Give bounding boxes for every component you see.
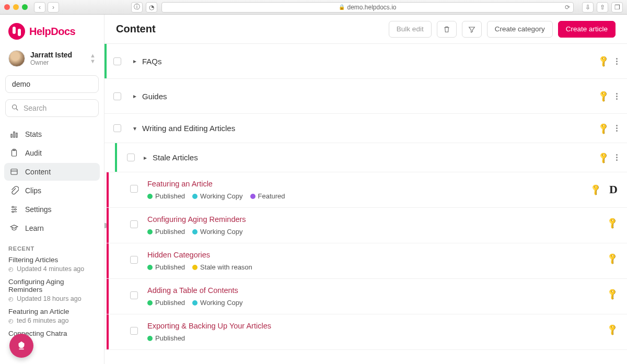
category-row[interactable]: ▸ FAQs 🔑: [104, 44, 627, 79]
forward-button[interactable]: ›: [48, 2, 59, 13]
nav-label: Settings: [25, 205, 52, 214]
url-text: demo.helpdocs.io: [347, 4, 396, 11]
svg-point-14: [12, 211, 14, 213]
status-dot-icon: [192, 194, 198, 199]
status-dot-icon: [192, 229, 198, 234]
bulk-edit-button[interactable]: Bulk edit: [389, 21, 432, 38]
download-icon[interactable]: ⇩: [582, 2, 594, 13]
category-row[interactable]: ▸ Guides 🔑: [104, 79, 627, 114]
logo-mark-icon: [8, 23, 25, 40]
article-row[interactable]: Exporting & Backing Up Your Articles Pub…: [104, 314, 627, 350]
article-row[interactable]: Featuring an Article Published Working C…: [104, 172, 627, 208]
badge-label: Working Copy: [200, 192, 242, 200]
row-checkbox[interactable]: [113, 57, 121, 65]
category-row[interactable]: ▾ Writing and Editing Articles 🔑: [104, 114, 627, 143]
chevron-right-icon[interactable]: ▸: [127, 57, 142, 65]
settings-icon: [9, 205, 19, 214]
subcategory-title: Stale Articles: [153, 153, 599, 162]
badge-label: Stale with reason: [200, 263, 252, 271]
search-placeholder: Search: [24, 104, 47, 112]
avatar: [8, 50, 25, 67]
badge-label: Published: [155, 299, 185, 307]
trash-icon: [443, 25, 451, 33]
nav-item-content[interactable]: Content: [4, 163, 100, 181]
delete-button[interactable]: [437, 21, 457, 38]
sidebar: HelpDocs Jarratt Isted Owner ▲▼ demo Sea…: [0, 15, 104, 364]
key-icon[interactable]: 🔑: [606, 323, 619, 336]
key-icon[interactable]: 🔑: [589, 183, 603, 196]
nav-item-audit[interactable]: Audit: [4, 144, 100, 162]
key-icon[interactable]: 🔑: [606, 216, 619, 230]
workspace-select[interactable]: demo: [5, 75, 99, 93]
minimize-window-icon[interactable]: [13, 4, 19, 10]
svg-point-10: [12, 206, 14, 208]
row-checkbox[interactable]: [130, 291, 138, 299]
clock-icon: ◴: [8, 296, 14, 302]
brand-logo[interactable]: HelpDocs: [0, 15, 104, 45]
row-checkbox[interactable]: [113, 92, 121, 100]
search-input[interactable]: Search: [5, 99, 99, 117]
nav-item-settings[interactable]: Settings: [4, 201, 100, 218]
brand-name: HelpDocs: [29, 26, 75, 38]
article-row[interactable]: Configuring Aging Reminders Published Wo…: [104, 208, 627, 243]
key-icon[interactable]: 🔑: [606, 252, 619, 265]
maximize-window-icon[interactable]: [22, 4, 28, 10]
article-row[interactable]: Adding a Table of Contents Published Wor…: [104, 279, 627, 314]
filter-icon: [468, 25, 476, 33]
reader-icon[interactable]: ◔: [146, 2, 157, 13]
chevron-right-icon[interactable]: ▸: [138, 154, 153, 161]
article-row[interactable]: Hidden Categories Published Stale with r…: [104, 243, 627, 279]
more-menu-icon[interactable]: [616, 93, 618, 100]
subcategory-row[interactable]: ▸ Stale Articles 🔑: [104, 143, 627, 172]
key-icon[interactable]: 🔑: [597, 54, 610, 68]
row-checkbox[interactable]: [130, 220, 138, 228]
disqus-icon[interactable]: D: [609, 183, 618, 196]
key-icon[interactable]: 🔑: [597, 121, 610, 135]
reload-icon[interactable]: ⟳: [565, 4, 570, 11]
chevron-right-icon[interactable]: ▸: [127, 92, 142, 100]
row-checkbox[interactable]: [127, 154, 135, 161]
row-checkbox[interactable]: [113, 124, 121, 132]
status-dot-icon: [192, 300, 198, 306]
recent-item[interactable]: Featuring an Article ◴ted 6 minutes ago: [8, 308, 96, 324]
back-button[interactable]: ‹: [34, 2, 45, 13]
row-checkbox[interactable]: [130, 185, 138, 193]
badge-label: Published: [155, 263, 185, 271]
row-checkbox[interactable]: [130, 327, 138, 335]
nav-label: Content: [25, 168, 51, 176]
tabs-icon[interactable]: ❐: [611, 2, 623, 13]
row-checkbox[interactable]: [130, 256, 138, 264]
content-icon: [9, 167, 19, 177]
badge-label: Working Copy: [200, 228, 242, 236]
create-category-button[interactable]: Create category: [487, 21, 553, 38]
nav-label: Stats: [25, 130, 42, 138]
drag-handle-icon[interactable]: [104, 223, 107, 228]
svg-rect-4: [16, 133, 17, 137]
nav-item-clips[interactable]: Clips: [4, 182, 100, 199]
chevron-down-icon[interactable]: ▾: [127, 125, 142, 132]
recent-item[interactable]: Filtering Articles ◴Updated 4 minutes ag…: [8, 256, 96, 273]
status-dot-icon: [192, 265, 198, 270]
help-fab[interactable]: [9, 334, 33, 358]
nav-item-stats[interactable]: Stats: [4, 125, 100, 143]
status-dot-icon: [147, 265, 153, 270]
create-article-button[interactable]: Create article: [558, 21, 616, 38]
main-content: Content Bulk edit Create category Create…: [104, 15, 627, 364]
key-icon[interactable]: 🔑: [597, 89, 610, 103]
address-bar[interactable]: 🔒 demo.helpdocs.io ⟳: [161, 2, 574, 13]
key-icon[interactable]: 🔑: [606, 287, 619, 301]
info-icon[interactable]: ⓘ: [131, 2, 143, 13]
close-window-icon[interactable]: [4, 4, 10, 10]
more-menu-icon[interactable]: [616, 125, 618, 132]
share-icon[interactable]: ⇧: [597, 2, 608, 13]
clock-icon: ◴: [8, 318, 14, 324]
more-menu-icon[interactable]: [616, 154, 618, 161]
filter-button[interactable]: [462, 21, 482, 38]
key-icon[interactable]: 🔑: [597, 150, 610, 164]
recent-heading: RECENT: [8, 245, 96, 252]
more-menu-icon[interactable]: [616, 58, 618, 65]
recent-item[interactable]: Configuring Aging Reminders ◴Updated 18 …: [8, 278, 96, 302]
user-switcher[interactable]: Jarratt Isted Owner ▲▼: [0, 45, 104, 72]
beacon-icon: [16, 340, 27, 351]
nav-item-learn[interactable]: Learn: [4, 219, 100, 237]
